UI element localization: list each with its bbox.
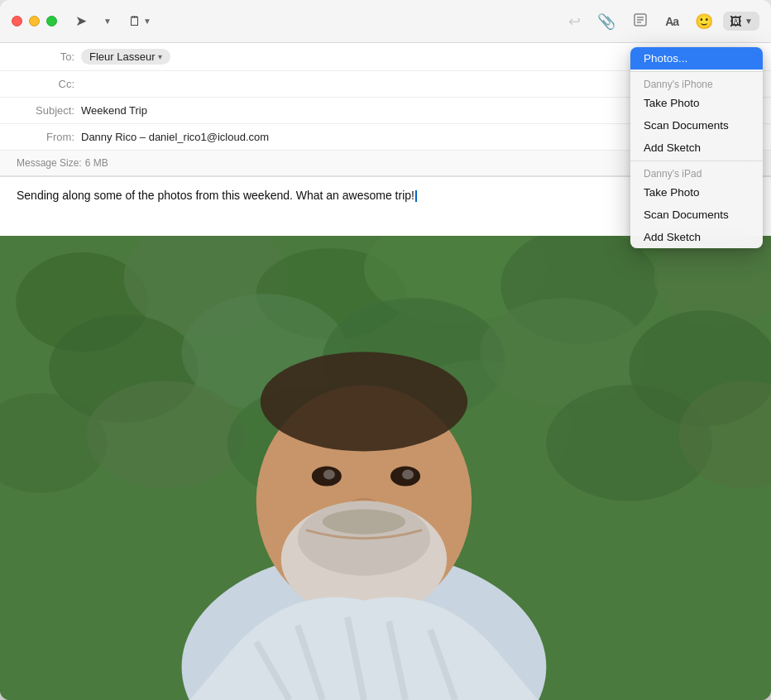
from-label: From: <box>17 131 74 143</box>
menu-item-iphone-add-sketch[interactable]: Add Sketch <box>630 137 763 159</box>
menu-item-iphone-scan-documents[interactable]: Scan Documents <box>630 114 763 137</box>
menu-item-iphone-take-photo-label: Take Photo <box>644 97 700 109</box>
body-text: Sending along some of the photos from th… <box>17 189 414 202</box>
menu-section-iphone: Danny's iPhone <box>630 74 763 92</box>
mail-window: ➤ ▼ 🗒 ▼ ↩ 📎 Aa 🙂 🖼 <box>0 0 771 700</box>
message-size-label: Message Size: <box>17 157 82 169</box>
note-icon: 🗒 <box>128 14 141 29</box>
text-cursor <box>415 190 417 202</box>
paperclip-icon[interactable]: 📎 <box>591 9 622 34</box>
emoji-icon[interactable]: 🙂 <box>688 9 720 34</box>
foliage-svg <box>0 236 771 700</box>
reply-icon: ↩ <box>562 9 587 34</box>
cc-label: Cc: <box>17 78 74 90</box>
menu-section-ipad: Danny's iPad <box>630 163 763 181</box>
photo-icon: 🖼 <box>730 14 742 28</box>
edit-icon[interactable] <box>625 8 655 35</box>
menu-item-photos[interactable]: Photos... <box>630 47 763 70</box>
svg-point-28 <box>323 470 335 480</box>
recipient-name: Fleur Lasseur <box>89 50 155 63</box>
chevron-down-icon: ▼ <box>103 17 112 26</box>
menu-separator-1 <box>630 71 763 72</box>
traffic-lights <box>12 16 57 26</box>
maximize-button[interactable] <box>46 16 57 26</box>
svg-point-33 <box>323 510 405 535</box>
photo-area <box>0 236 771 700</box>
message-size-value: 6 MB <box>85 157 108 169</box>
titlebar: ➤ ▼ 🗒 ▼ ↩ 📎 Aa 🙂 🖼 <box>0 0 771 43</box>
send-icon: ➤ <box>75 12 87 30</box>
recipient-chip[interactable]: Fleur Lasseur ▾ <box>81 49 170 65</box>
send-button[interactable]: ➤ <box>70 9 92 33</box>
svg-point-17 <box>86 381 243 488</box>
menu-item-ipad-add-sketch[interactable]: Add Sketch <box>630 226 763 248</box>
menu-item-ipad-scan-documents[interactable]: Scan Documents <box>630 204 763 226</box>
svg-point-29 <box>402 470 414 480</box>
menu-item-iphone-take-photo[interactable]: Take Photo <box>630 92 763 114</box>
media-chevron-icon: ▼ <box>745 17 753 26</box>
menu-item-iphone-scan-documents-label: Scan Documents <box>644 119 729 132</box>
note-button[interactable]: 🗒 ▼ <box>123 11 156 32</box>
menu-item-photos-label: Photos... <box>644 52 687 65</box>
menu-separator-2 <box>630 161 763 161</box>
minimize-button[interactable] <box>29 16 40 26</box>
menu-item-ipad-take-photo-label: Take Photo <box>644 186 700 199</box>
send-options-button[interactable]: ▼ <box>98 13 117 29</box>
toolbar-right: ↩ 📎 Aa 🙂 🖼 ▼ <box>562 8 759 35</box>
menu-item-ipad-add-sketch-label: Add Sketch <box>644 231 701 243</box>
recipient-chevron-icon: ▾ <box>158 52 162 61</box>
close-button[interactable] <box>12 16 22 26</box>
media-button[interactable]: 🖼 ▼ <box>723 12 759 31</box>
selfie-photo <box>0 236 771 700</box>
menu-item-iphone-add-sketch-label: Add Sketch <box>644 141 701 154</box>
subject-label: Subject: <box>17 104 74 117</box>
media-dropdown-menu: Photos... Danny's iPhone Take Photo Scan… <box>630 47 763 248</box>
note-chevron-icon: ▼ <box>143 17 151 26</box>
svg-point-25 <box>261 352 467 451</box>
menu-item-ipad-scan-documents-label: Scan Documents <box>644 209 729 221</box>
font-icon[interactable]: Aa <box>658 12 685 31</box>
menu-item-ipad-take-photo[interactable]: Take Photo <box>630 181 763 204</box>
to-label: To: <box>17 50 74 63</box>
